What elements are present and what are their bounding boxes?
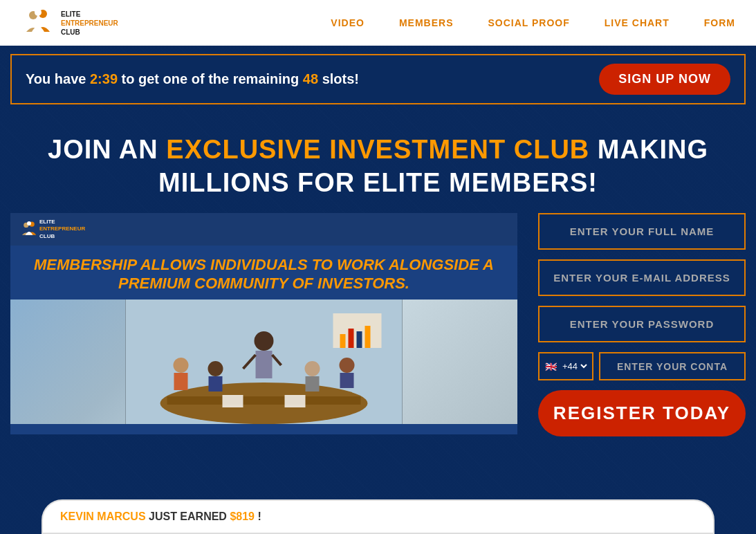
nav-links: VIDEO MEMBERS SOCIAL PROOF LIVE CHART FO… — [331, 17, 735, 28]
meeting-illustration — [10, 300, 517, 424]
urgency-text: You have 2:39 to get one of the remainin… — [26, 71, 359, 87]
svg-rect-21 — [174, 373, 188, 390]
urgency-text-after: slots! — [322, 71, 359, 86]
register-button[interactable]: REGISTER TODAY — [538, 390, 746, 436]
right-panel: 🇬🇧 +44 +1 +49 REGISTER TODAY — [538, 213, 746, 436]
email-input[interactable] — [538, 259, 746, 296]
flag-icon: 🇬🇧 — [545, 361, 557, 372]
logo-line1: ELITE — [61, 10, 118, 19]
svg-rect-17 — [256, 351, 273, 378]
svg-point-22 — [208, 361, 223, 376]
logo-icon — [21, 6, 55, 40]
left-panel-header: ELITE ENTREPRENEUR CLUB — [10, 213, 517, 246]
svg-rect-23 — [209, 376, 223, 392]
svg-point-26 — [340, 358, 355, 373]
navbar: ELITE ENTREPRENEUR CLUB VIDEO MEMBERS SO… — [0, 0, 756, 46]
urgency-text-middle: to get one of the remaining — [122, 71, 299, 86]
nav-video[interactable]: VIDEO — [331, 17, 365, 28]
headline-after: MAKING — [598, 135, 708, 164]
membership-text: MEMBERSHIP ALLOWS INDIVIDUALS TO WORK AL… — [10, 246, 517, 300]
svg-rect-27 — [340, 373, 354, 388]
two-col-layout: ELITE ENTREPRENEUR CLUB MEMBERSHIP ALLOW… — [10, 213, 746, 450]
svg-rect-28 — [223, 395, 243, 407]
left-logo-line2: ENTREPRENEUR — [39, 225, 85, 232]
ticker-suffix: ! — [257, 510, 261, 522]
nav-form[interactable]: FORM — [704, 17, 735, 28]
svg-point-20 — [174, 358, 189, 373]
logo-line3: CLUB — [61, 28, 118, 37]
left-panel-logo-icon — [19, 219, 39, 240]
svg-rect-14 — [357, 331, 362, 348]
logo-line2: ENTREPRENEUR — [61, 19, 118, 27]
urgency-text-before: You have — [26, 71, 86, 86]
signup-button[interactable]: SIGN UP NOW — [599, 64, 730, 95]
phone-row: 🇬🇧 +44 +1 +49 — [538, 352, 746, 380]
ticker-action: JUST EARNED — [149, 510, 230, 522]
urgency-slots: 48 — [303, 71, 318, 86]
nav-live-chart[interactable]: LIVE CHART — [605, 17, 670, 28]
headline-h1: JOIN AN EXCLUSIVE INVESTMENT CLUB MAKING… — [10, 134, 746, 199]
logo: ELITE ENTREPRENEUR CLUB — [21, 6, 118, 40]
svg-rect-12 — [340, 334, 346, 348]
left-panel: ELITE ENTREPRENEUR CLUB MEMBERSHIP ALLOW… — [10, 213, 517, 434]
headline-before: JOIN AN — [48, 135, 158, 164]
urgency-timer: 2:39 — [90, 71, 118, 86]
flag-select[interactable]: 🇬🇧 +44 +1 +49 — [538, 352, 593, 380]
headline-highlight: EXCLUSIVE INVESTMENT CLUB — [166, 135, 589, 164]
ticker-bar: KEVIN MARCUS JUST EARNED $819 ! — [42, 499, 714, 534]
meeting-image — [10, 300, 517, 424]
name-input[interactable] — [538, 213, 746, 250]
svg-rect-25 — [306, 376, 320, 392]
nav-social-proof[interactable]: SOCIAL PROOF — [488, 17, 569, 28]
headline: JOIN AN EXCLUSIVE INVESTMENT CLUB MAKING… — [10, 113, 746, 213]
ticker-amount: $819 — [230, 510, 255, 522]
svg-point-16 — [255, 331, 274, 351]
svg-rect-10 — [167, 396, 361, 405]
nav-members[interactable]: MEMBERS — [399, 17, 454, 28]
svg-point-5 — [27, 221, 31, 225]
svg-rect-29 — [285, 395, 306, 407]
svg-rect-15 — [365, 326, 371, 348]
headline-line2: MILLIONS FOR ELITE MEMBERS! — [158, 168, 598, 197]
urgency-bar: You have 2:39 to get one of the remainin… — [10, 54, 746, 104]
phone-input[interactable] — [599, 352, 746, 380]
svg-point-2 — [35, 9, 42, 16]
ticker-name: KEVIN MARCUS — [60, 510, 146, 522]
svg-point-24 — [305, 361, 320, 376]
country-code-select[interactable]: +44 +1 +49 — [560, 360, 589, 372]
svg-rect-13 — [349, 329, 354, 348]
main-content: JOIN AN EXCLUSIVE INVESTMENT CLUB MAKING… — [0, 113, 756, 450]
left-logo-line3: CLUB — [39, 233, 85, 240]
left-logo-line1: ELITE — [39, 219, 85, 225]
password-input[interactable] — [538, 306, 746, 342]
